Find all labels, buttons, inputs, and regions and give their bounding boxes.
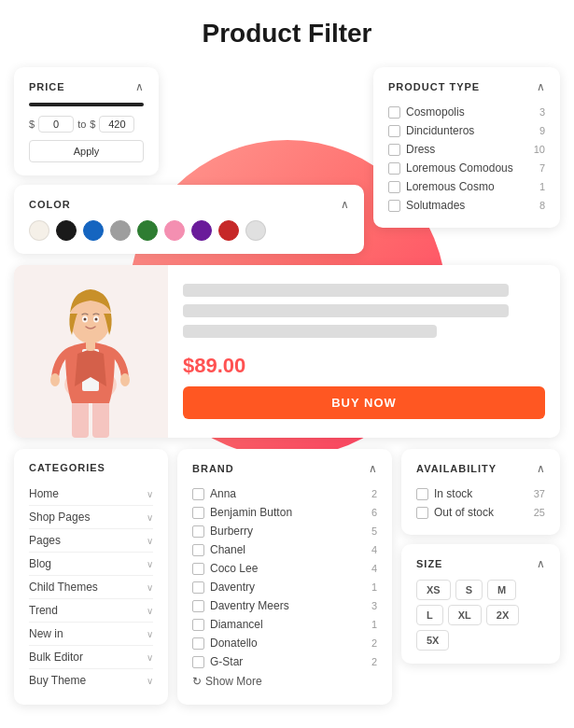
list-item[interactable]: Coco Lee 4 xyxy=(192,559,377,578)
product-type-name: Dress xyxy=(406,143,435,156)
list-item[interactable]: New in ∨ xyxy=(29,623,153,646)
product-details: $89.00 BUY NOW xyxy=(168,265,560,438)
swatch-black[interactable] xyxy=(56,220,77,241)
list-item[interactable]: Cosmopolis 3 xyxy=(388,103,545,121)
size-l[interactable]: L xyxy=(416,605,443,625)
brand-name: Burberry xyxy=(210,525,253,538)
price-to-label: to xyxy=(77,119,86,130)
page-wrapper: Product Filter PRICE ∧ $ to $ Apply xyxy=(0,0,574,728)
list-item[interactable]: Buy Theme ∨ xyxy=(29,669,153,692)
category-name: New in xyxy=(29,627,63,640)
product-type-count: 10 xyxy=(534,144,545,155)
list-item[interactable]: Burberry 5 xyxy=(192,522,377,540)
price-title: PRICE xyxy=(29,81,65,92)
swatch-blue[interactable] xyxy=(83,220,104,241)
brand-count: 1 xyxy=(371,619,377,630)
list-item[interactable]: Daventry 1 xyxy=(192,578,377,596)
list-item[interactable]: Chanel 4 xyxy=(192,540,377,559)
checkbox-daventry-meers[interactable] xyxy=(192,600,204,612)
swatch-green[interactable] xyxy=(137,220,158,241)
availability-card: AVAILABILITY ∧ In stock 37 Out xyxy=(401,449,560,535)
list-item[interactable]: Dincidunteros 9 xyxy=(388,121,545,140)
category-name: Child Themes xyxy=(29,581,98,594)
swatch-red[interactable] xyxy=(218,220,239,241)
size-5x[interactable]: 5X xyxy=(416,630,449,651)
size-xs[interactable]: XS xyxy=(416,580,451,600)
list-item[interactable]: Trend ∨ xyxy=(29,599,153,623)
list-item[interactable]: Home ∨ xyxy=(29,483,153,506)
list-item[interactable]: Loremous Cosmo 1 xyxy=(388,177,545,196)
brand-name: Donatello xyxy=(210,637,258,650)
price-min-input[interactable] xyxy=(38,116,74,133)
svg-point-15 xyxy=(84,318,87,321)
checkbox-diamancel[interactable] xyxy=(192,619,204,631)
size-header: SIZE ∧ xyxy=(416,557,545,570)
color-swatches xyxy=(29,220,349,241)
chevron-icon: ∨ xyxy=(147,559,153,569)
checkbox-donatello[interactable] xyxy=(192,637,204,650)
list-item[interactable]: Bulk Editor ∨ xyxy=(29,646,153,669)
list-item[interactable]: Anna 2 xyxy=(192,484,377,503)
product-type-header: PRODUCT TYPE ∧ xyxy=(388,80,545,93)
size-grid: XS S M L XL 2X 5X xyxy=(416,580,545,651)
size-2x[interactable]: 2X xyxy=(486,605,519,625)
brand-count: 2 xyxy=(371,488,377,499)
swatch-gray[interactable] xyxy=(110,220,131,241)
checkbox-burberry[interactable] xyxy=(192,525,204,538)
size-xl[interactable]: XL xyxy=(448,605,482,625)
list-item[interactable]: Shop Pages ∨ xyxy=(29,506,153,529)
list-item[interactable]: Solutmades 8 xyxy=(388,196,545,215)
availability-name: In stock xyxy=(434,487,472,500)
price-max-input[interactable] xyxy=(99,116,134,133)
checkbox-solutmades[interactable] xyxy=(388,200,400,212)
price-range-bar[interactable] xyxy=(29,103,144,106)
chevron-icon: ∨ xyxy=(147,629,153,639)
list-item[interactable]: Diamancel 1 xyxy=(192,615,377,634)
availability-header: AVAILABILITY ∧ xyxy=(416,462,545,475)
checkbox-cosmopolis[interactable] xyxy=(388,106,400,119)
skeleton-line-3 xyxy=(183,325,437,338)
currency-symbol-max: $ xyxy=(90,119,95,130)
list-item[interactable]: Out of stock 25 xyxy=(416,503,545,522)
checkbox-benjamin[interactable] xyxy=(192,507,204,519)
list-item[interactable]: Loremous Comodous 7 xyxy=(388,159,545,177)
categories-list: Home ∨ Shop Pages ∨ Pages ∨ Blog ∨ Child… xyxy=(29,483,153,692)
show-more-button[interactable]: ↻ Show More xyxy=(192,671,377,688)
chevron-icon: ∨ xyxy=(147,536,153,546)
checkbox-instock[interactable] xyxy=(416,488,428,500)
product-type-name: Cosmopolis xyxy=(406,105,465,119)
checkbox-outofstock[interactable] xyxy=(416,507,428,519)
checkbox-daventry[interactable] xyxy=(192,581,204,594)
checkbox-gstar[interactable] xyxy=(192,656,204,668)
list-item[interactable]: G-Star 2 xyxy=(192,652,377,671)
categories-card: CATEGORiES Home ∨ Shop Pages ∨ Pages ∨ B… xyxy=(14,449,168,705)
list-item[interactable]: Pages ∨ xyxy=(29,529,153,553)
category-name: Blog xyxy=(29,557,51,570)
list-item[interactable]: Child Themes ∨ xyxy=(29,576,153,599)
checkbox-dress[interactable] xyxy=(388,144,400,156)
swatch-light-gray[interactable] xyxy=(245,220,266,241)
checkbox-anna[interactable] xyxy=(192,488,204,500)
brand-name: Anna xyxy=(210,487,236,500)
swatch-pink[interactable] xyxy=(164,220,185,241)
apply-button[interactable]: Apply xyxy=(29,140,144,162)
checkbox-dincidunteros[interactable] xyxy=(388,125,400,137)
brand-count: 1 xyxy=(371,581,377,593)
checkbox-loremous-cosmo[interactable] xyxy=(388,181,400,193)
list-item[interactable]: Benjamin Button 6 xyxy=(192,503,377,522)
list-item[interactable]: In stock 37 xyxy=(416,484,545,503)
checkbox-chanel[interactable] xyxy=(192,544,204,556)
page-title: Product Filter xyxy=(14,19,560,49)
list-item[interactable]: Donatello 2 xyxy=(192,634,377,652)
buy-now-button[interactable]: BUY NOW xyxy=(183,386,545,419)
list-item[interactable]: Dress 10 xyxy=(388,140,545,159)
checkbox-loremous-comodous[interactable] xyxy=(388,162,400,175)
swatch-purple[interactable] xyxy=(191,220,212,241)
product-card: $89.00 BUY NOW xyxy=(14,265,560,438)
list-item[interactable]: Daventry Meers 3 xyxy=(192,596,377,615)
checkbox-cocolee[interactable] xyxy=(192,563,204,575)
size-m[interactable]: M xyxy=(487,580,516,600)
size-s[interactable]: S xyxy=(455,580,483,600)
swatch-cream[interactable] xyxy=(29,220,49,241)
list-item[interactable]: Blog ∨ xyxy=(29,553,153,576)
